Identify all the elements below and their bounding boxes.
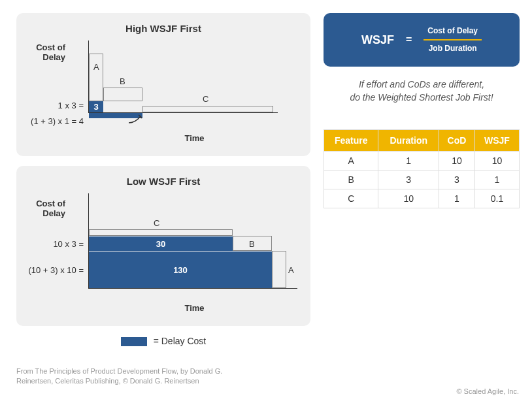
bar-a-delay-low: 130 <box>89 251 272 288</box>
x-axis-label-low: Time <box>88 303 301 313</box>
tagline: If effort and CoDs are different, do the… <box>324 78 520 104</box>
wsjf-table: Feature Duration CoD WSJF A 1 10 10 B 3 … <box>324 129 520 208</box>
y-axis-label-high: Cost of Delay <box>20 42 65 62</box>
calc-c-high: (1 + 3) x 1 = 4 <box>25 116 84 126</box>
formula-numerator: Cost of Delay <box>424 25 482 40</box>
y-axis-label-low: Cost of Delay <box>20 199 65 218</box>
x-axis-label-high: Time <box>88 133 301 143</box>
calc-b-low: 10 x 3 = <box>25 239 84 249</box>
bar-c-label-low: C <box>154 218 159 228</box>
bar-a-label-low: A <box>288 265 294 275</box>
legend: = Delay Cost <box>16 336 310 346</box>
formula-lhs: WSJF <box>361 33 394 47</box>
formula-fraction: Cost of Delay Job Duration <box>424 25 482 55</box>
chart-area-high: A B 3 1 x 3 = C (1 + 3) x 1 = 4 <box>88 40 301 119</box>
bar-b-delay: 3 <box>89 101 103 112</box>
arrow-icon <box>127 114 147 125</box>
chart-title-low: Low WSJF First <box>26 176 301 187</box>
bar-a-label: A <box>93 62 99 72</box>
bar-a-outline-low <box>272 251 286 288</box>
chart-low-wsjf: Low WSJF First Cost of Delay C B 30 10 x… <box>16 166 310 326</box>
table-row: C 10 1 0.1 <box>324 189 520 208</box>
formula-box: WSJF = Cost of Delay Job Duration <box>324 13 520 67</box>
th-feature: Feature <box>324 129 378 151</box>
citation: From The Principles of Product Developme… <box>16 366 225 385</box>
table-row: A 1 10 10 <box>324 151 520 170</box>
bar-b-label-low: B <box>249 239 255 249</box>
calc-b-high: 1 x 3 = <box>25 101 84 110</box>
bar-b-label: B <box>120 76 125 86</box>
bar-c-outline-low <box>89 229 233 236</box>
formula-denominator: Job Duration <box>425 40 481 55</box>
legend-label: = Delay Cost <box>154 336 207 346</box>
bar-b-delay-low: 30 <box>89 236 233 251</box>
table-row: B 3 3 1 <box>324 170 520 189</box>
chart-area-low: C B 30 10 x 3 = A 130 (10 + 3) x 10 = <box>88 193 301 298</box>
th-duration: Duration <box>378 129 439 151</box>
bar-c-outline <box>142 106 273 112</box>
chart-high-wsjf: High WSJF First Cost of Delay A B 3 1 x … <box>16 13 310 156</box>
bar-c-label: C <box>203 94 208 104</box>
bar-b-outline <box>103 88 142 101</box>
calc-a-low: (10 + 3) x 10 = <box>25 265 84 275</box>
chart-title-high: High WSJF First <box>26 23 301 34</box>
formula-eq: = <box>406 34 412 46</box>
copyright: © Scaled Agile, Inc. <box>456 387 519 395</box>
legend-swatch <box>121 337 147 346</box>
th-cod: CoD <box>439 129 475 151</box>
bar-a-outline <box>89 54 103 101</box>
th-wsjf: WSJF <box>474 129 519 151</box>
